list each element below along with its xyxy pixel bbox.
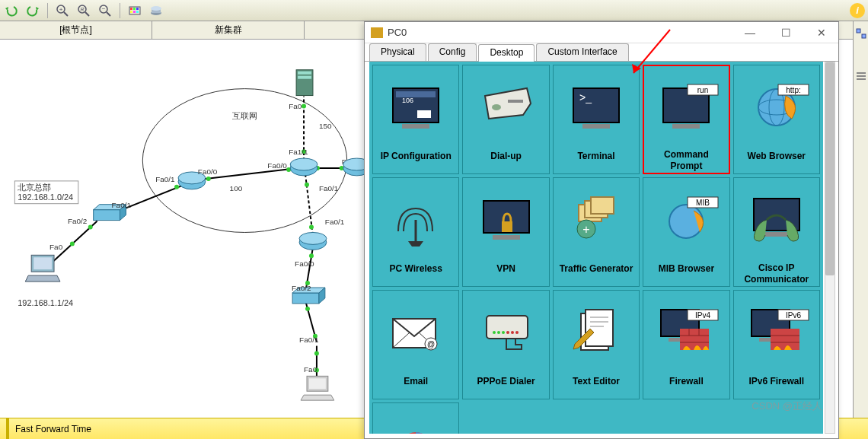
svg-text:Fa0/2: Fa0/2 [292, 284, 311, 292]
svg-text:Fa0/0: Fa0/0 [295, 259, 314, 268]
app-cipc[interactable]: Cisco IP Communicator [733, 177, 820, 287]
svg-text:100: 100 [230, 184, 243, 192]
svg-rect-88 [857, 75, 866, 77]
svg-text:Fa0/1: Fa0/1 [112, 201, 132, 209]
pc0-window: PC0 — ☐ ✕ Physical Config Desktop Custom… [364, 21, 839, 439]
server-icon[interactable] [296, 70, 313, 96]
app-texted[interactable]: Text Editor [553, 290, 640, 399]
zoom-out-button[interactable]: − [97, 2, 113, 19]
svg-rect-49 [298, 76, 311, 79]
svg-line-1 [64, 12, 68, 16]
app-fw4[interactable]: IPv4Firewall [643, 290, 729, 399]
info-button[interactable]: i [850, 3, 865, 18]
tab-root[interactable]: [根节点] [0, 21, 152, 39]
svg-rect-102 [672, 124, 700, 129]
svg-point-129 [497, 331, 500, 334]
zoom-reset-button[interactable]: R [75, 2, 92, 19]
app-label: IPv6 Firewall [745, 374, 807, 388]
app-pppoe[interactable]: PPPoE Dialer [462, 290, 549, 399]
right-sidebar [853, 21, 868, 418]
tab-physical[interactable]: Physical [369, 43, 426, 61]
app-web[interactable]: http:Web Browser [733, 65, 820, 174]
app-terminal[interactable]: >_Terminal [553, 65, 640, 174]
app-extra[interactable] [372, 402, 459, 434]
svg-point-33 [206, 177, 211, 181]
svg-point-19 [142, 89, 346, 233]
svg-text:−: − [102, 5, 106, 12]
svg-text:106: 106 [402, 97, 413, 104]
svg-point-128 [493, 331, 496, 334]
list-icon[interactable] [855, 70, 867, 82]
fast-forward-label[interactable]: Fast Forward Time [15, 424, 91, 434]
expand-icon[interactable] [855, 27, 867, 40]
svg-text:Fa0: Fa0 [49, 243, 63, 251]
app-fw6[interactable]: IPv6IPv6 Firewall [733, 290, 820, 399]
watermark: CSDN @正经人 [752, 399, 822, 413]
svg-rect-150 [771, 329, 799, 350]
svg-rect-116 [591, 197, 614, 214]
app-label: MIB Browser [656, 262, 717, 275]
svg-rect-94 [417, 110, 431, 118]
svg-text:@: @ [427, 340, 435, 348]
app-cmd[interactable]: runCommand Prompt [643, 65, 729, 174]
scrollbar[interactable] [825, 62, 835, 434]
tab-cluster[interactable]: 新集群 [152, 21, 305, 39]
window-title: PC0 [388, 27, 407, 38]
router-icon[interactable] [290, 158, 318, 176]
svg-rect-12 [136, 8, 139, 10]
redo-button[interactable] [24, 2, 41, 19]
router-icon[interactable] [299, 232, 327, 250]
svg-rect-89 [857, 78, 866, 80]
app-vpn[interactable]: VPN [462, 177, 549, 287]
svg-rect-97 [508, 100, 523, 103]
svg-point-39 [305, 183, 309, 187]
svg-point-18 [151, 6, 161, 11]
app-dialup[interactable]: Dial-up [462, 65, 549, 174]
svg-rect-76 [34, 257, 52, 269]
app-label: Dial-up [487, 149, 525, 163]
device-button[interactable] [148, 2, 164, 19]
svg-text:150: 150 [319, 122, 332, 130]
zoom-in-button[interactable]: + [54, 2, 71, 19]
svg-rect-86 [862, 34, 866, 38]
svg-text:Fa0/1: Fa0/1 [155, 175, 175, 183]
pc0-titlebar[interactable]: PC0 — ☐ ✕ [365, 22, 838, 43]
cloud-label: 互联网 [232, 111, 257, 120]
svg-text:Fa0/2: Fa0/2 [68, 217, 88, 225]
app-wireless[interactable]: PC Wireless [372, 177, 459, 287]
app-mib[interactable]: MIBMIB Browser [643, 177, 729, 287]
palette-button[interactable] [126, 2, 143, 19]
minimize-button[interactable]: — [739, 25, 761, 40]
svg-text:Fa0/1: Fa0/1 [299, 336, 319, 344]
scroll-thumb[interactable] [825, 62, 834, 275]
svg-rect-72 [292, 293, 319, 304]
pie-icon [373, 403, 458, 434]
svg-text:Fa0/0: Fa0/0 [267, 161, 287, 170]
close-button[interactable]: ✕ [811, 25, 832, 40]
svg-rect-123 [763, 232, 790, 237]
pc-icon[interactable] [301, 376, 334, 400]
svg-point-133 [515, 331, 519, 334]
tab-config[interactable]: Config [428, 43, 477, 61]
svg-text:+: + [582, 223, 589, 236]
svg-point-131 [506, 331, 509, 334]
app-label: VPN [493, 262, 519, 275]
tab-desktop[interactable]: Desktop [478, 44, 535, 62]
app-ipconf[interactable]: 106IP Configuration [372, 65, 459, 174]
fw6-icon: IPv6 [734, 291, 819, 374]
app-label: PC Wireless [387, 262, 445, 275]
cmd-icon: run [644, 66, 728, 148]
svg-rect-112 [502, 221, 512, 232]
undo-button[interactable] [3, 2, 20, 19]
svg-text:IPv4: IPv4 [695, 311, 710, 320]
app-email[interactable]: @Email [372, 290, 459, 399]
svg-rect-127 [487, 316, 528, 339]
app-traffic[interactable]: +Traffic Generator [553, 177, 640, 287]
mib-icon: MIB [643, 178, 729, 262]
tab-custom[interactable]: Custom Interface [536, 43, 628, 61]
pppoe-icon [463, 291, 548, 374]
pc-tabs: Physical Config Desktop Custom Interface [365, 43, 838, 62]
svg-text:192.168.1.0/24: 192.168.1.0/24 [18, 192, 73, 202]
maximize-button[interactable]: ☐ [775, 25, 797, 40]
svg-rect-100 [582, 124, 610, 129]
